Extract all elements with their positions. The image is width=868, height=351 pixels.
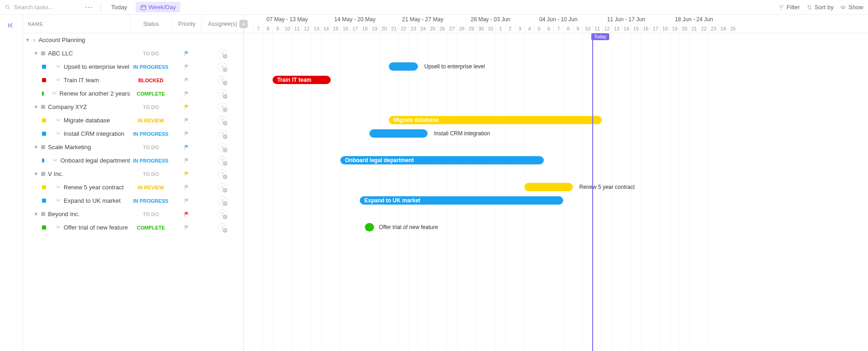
search-input[interactable] [14, 4, 78, 11]
caret-icon[interactable]: ▼ [34, 145, 38, 150]
gantt-bar[interactable]: Expand to UK market [360, 196, 563, 205]
search-input-wrap[interactable] [5, 4, 78, 11]
task-status[interactable]: TO DO [130, 51, 172, 56]
list-title[interactable]: Account Planning [38, 36, 85, 43]
status-square-icon[interactable] [41, 145, 45, 149]
today-button[interactable]: Today [107, 2, 132, 12]
status-square-icon[interactable] [42, 118, 46, 122]
collapse-sidebar-button[interactable] [7, 21, 16, 31]
task-row[interactable]: Train IT team BLOCKED + [23, 73, 243, 87]
task-row[interactable]: ▼ Scale Marketing TO DO + [23, 140, 243, 154]
task-row[interactable]: ▼ Company XYZ TO DO + [23, 100, 243, 114]
task-row[interactable]: ▼ Beyond Inc. TO DO + [23, 207, 243, 221]
task-status[interactable]: COMPLETE [130, 225, 172, 230]
more-options-button[interactable]: ⋯ [82, 3, 95, 12]
task-row[interactable]: Offer trial of new feature COMPLETE + [23, 221, 243, 234]
gantt-bar[interactable]: Onboard legal department [340, 156, 544, 164]
status-square-icon[interactable] [42, 65, 46, 69]
column-header-priority[interactable]: Priority [172, 15, 202, 33]
assignee-add-button[interactable]: + [218, 223, 227, 232]
status-square-icon[interactable] [41, 172, 45, 176]
column-header-status[interactable]: Status [130, 15, 172, 33]
task-status[interactable]: IN REVIEW [130, 185, 172, 190]
group-title[interactable]: ABC LLC [48, 50, 73, 57]
task-title[interactable]: Install CRM integration [64, 130, 125, 137]
priority-flag[interactable] [172, 198, 202, 204]
gantt-bar[interactable] [389, 62, 418, 71]
gantt-bar[interactable] [524, 183, 573, 191]
task-status[interactable]: IN REVIEW [130, 118, 172, 123]
priority-flag[interactable] [172, 171, 202, 177]
task-status[interactable]: IN PROGRESS [130, 131, 172, 137]
status-square-icon[interactable] [41, 105, 45, 109]
task-title[interactable]: Train IT team [64, 77, 99, 84]
task-title[interactable]: Onboard legal department [60, 157, 130, 164]
task-row[interactable]: Upsell to enterprise level IN PROGRESS + [23, 60, 243, 73]
status-square-icon[interactable] [42, 199, 46, 203]
task-row[interactable]: Renew 5 year contract IN REVIEW + [23, 181, 243, 194]
priority-flag[interactable] [172, 184, 202, 191]
sort-button[interactable]: Sort by [806, 4, 833, 11]
task-title[interactable]: Upsell to enterprise level [64, 63, 129, 70]
assignee-add-button[interactable]: + [218, 143, 227, 152]
task-status[interactable]: BLOCKED [130, 78, 172, 83]
caret-icon[interactable]: ▼ [34, 212, 38, 217]
caret-icon[interactable]: ▼ [34, 171, 38, 176]
status-square-icon[interactable] [41, 212, 45, 216]
gantt-bar[interactable] [365, 223, 374, 231]
priority-flag[interactable] [172, 77, 202, 84]
task-title[interactable]: Migrate database [64, 117, 110, 124]
priority-flag[interactable] [172, 117, 202, 124]
gantt-bar[interactable]: Train IT team [273, 76, 331, 84]
priority-flag[interactable] [172, 144, 202, 151]
task-row[interactable]: ▼ ABC LLC TO DO + [23, 47, 243, 60]
status-square-icon[interactable] [42, 78, 46, 82]
gantt-bar[interactable] [369, 129, 428, 138]
assignee-add-button[interactable]: + [218, 183, 227, 192]
task-row[interactable]: Onboard legal department IN PROGRESS + [23, 154, 243, 167]
task-row[interactable]: Renew for another 2 years COMPLETE + [23, 87, 243, 100]
status-square-icon[interactable] [42, 185, 46, 189]
task-status[interactable]: TO DO [130, 104, 172, 110]
task-row[interactable]: ▼ ≡ Account Planning [23, 33, 243, 47]
status-square-icon[interactable] [42, 158, 44, 163]
status-square-icon[interactable] [42, 225, 46, 230]
assignee-add-button[interactable]: + [218, 62, 227, 72]
task-row[interactable]: Expand to UK market IN PROGRESS + [23, 194, 243, 207]
task-title[interactable]: Offer trial of new feature [64, 224, 128, 231]
status-square-icon[interactable] [42, 132, 46, 136]
priority-flag[interactable] [172, 104, 202, 110]
priority-flag[interactable] [172, 64, 202, 70]
task-title[interactable]: Renew 5 year contract [64, 184, 124, 191]
column-header-name[interactable]: NAME [23, 21, 130, 27]
task-title[interactable]: Renew for another 2 years [59, 90, 130, 97]
column-header-assignee[interactable]: Assignee(s) [202, 15, 243, 33]
task-status[interactable]: IN PROGRESS [130, 158, 172, 163]
assignee-add-button[interactable]: + [218, 89, 227, 98]
priority-flag[interactable] [172, 50, 202, 57]
group-title[interactable]: Company XYZ [48, 103, 87, 110]
priority-flag[interactable] [172, 157, 202, 164]
assignee-add-button[interactable]: + [218, 156, 227, 165]
gantt-bar[interactable]: Migrate database [389, 116, 602, 124]
task-status[interactable]: TO DO [130, 171, 172, 177]
assignee-add-button[interactable]: + [218, 103, 227, 112]
assignee-add-button[interactable]: + [218, 169, 227, 179]
group-title[interactable]: Beyond Inc. [48, 211, 80, 218]
task-row[interactable]: ▼ V Inc. TO DO + [23, 167, 243, 181]
add-column-button[interactable]: + [239, 20, 248, 28]
filter-button[interactable]: Filter [778, 4, 800, 11]
priority-flag[interactable] [172, 91, 202, 97]
assignee-add-button[interactable]: + [218, 116, 227, 125]
week-day-toggle[interactable]: Week/Day [136, 2, 181, 12]
priority-flag[interactable] [172, 224, 202, 231]
caret-icon[interactable]: ▼ [34, 104, 38, 109]
task-status[interactable]: COMPLETE [130, 91, 172, 97]
task-status[interactable]: IN PROGRESS [130, 198, 172, 204]
task-status[interactable]: TO DO [130, 145, 172, 150]
status-square-icon[interactable] [42, 91, 44, 96]
status-square-icon[interactable] [41, 51, 45, 55]
task-row[interactable]: Install CRM integration IN PROGRESS + [23, 127, 243, 140]
task-status[interactable]: IN PROGRESS [130, 64, 172, 70]
assignee-add-button[interactable]: + [218, 210, 227, 219]
